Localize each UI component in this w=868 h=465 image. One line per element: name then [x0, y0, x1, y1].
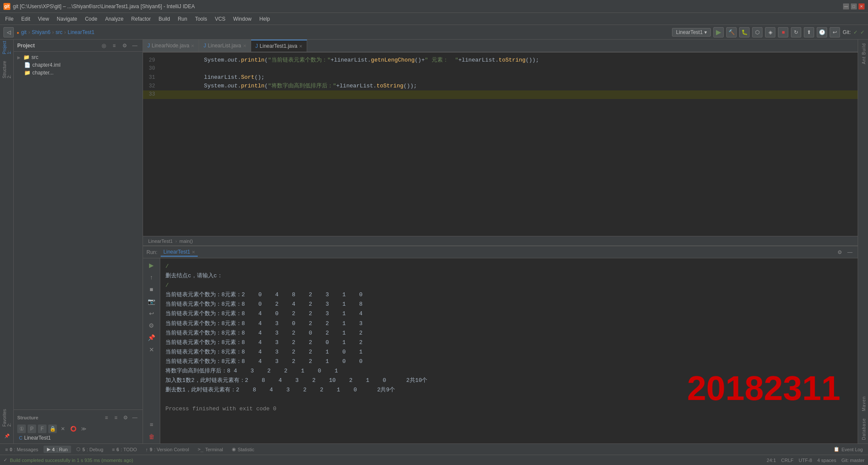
- struct-tool4[interactable]: 🔒: [48, 425, 57, 433]
- menu-view[interactable]: View: [34, 15, 53, 23]
- tree-item-src[interactable]: ▶ 📁 src: [14, 53, 143, 61]
- struct-btn1[interactable]: ≡: [102, 413, 111, 422]
- vcs-branch[interactable]: Git: master: [841, 458, 865, 463]
- run-settings-button[interactable]: ⚙: [835, 248, 844, 257]
- run-output[interactable]: / 删去结点c，请输入c： / 当前链表元素个数为：8元素：2 0 4 8 2 …: [160, 258, 858, 443]
- tab-linearlist[interactable]: J LinearList.java ✕: [199, 40, 251, 52]
- tab-close-button[interactable]: ✕: [191, 43, 194, 48]
- run-config-dropdown[interactable]: LinearTest1 ▾: [672, 28, 711, 37]
- run-collapse-button[interactable]: —: [846, 248, 854, 257]
- screenshot-button[interactable]: 📷: [146, 296, 157, 307]
- revert-button[interactable]: ↩: [830, 27, 840, 37]
- struct-tool6[interactable]: ⭕: [69, 425, 78, 433]
- statistic-tab[interactable]: ◉ Statistic: [228, 446, 258, 453]
- struct-class[interactable]: C LinearTest1: [16, 434, 141, 442]
- messages-icon: ≡: [5, 447, 8, 452]
- trash-button[interactable]: 🗑: [146, 431, 157, 442]
- sidebar-favorites-tab[interactable]: 2: Favorites: [1, 412, 13, 424]
- project-settings-button[interactable]: ⚙: [120, 41, 129, 50]
- profile-button[interactable]: ◈: [765, 27, 775, 37]
- struct-settings[interactable]: ⚙: [121, 413, 130, 422]
- event-log-button[interactable]: 📋 Event Log: [830, 446, 866, 453]
- menu-analyze[interactable]: Analyze: [102, 15, 127, 23]
- stop-button[interactable]: ■: [146, 284, 157, 294]
- tree-label: chapter4.iml: [32, 62, 60, 68]
- tree-item-chapter[interactable]: 📁 chapter...: [14, 69, 143, 77]
- breadcrumb-file[interactable]: LinearTest1: [68, 29, 94, 35]
- stop-button[interactable]: ■: [778, 27, 788, 37]
- tree-arrow: ▶: [17, 55, 22, 60]
- history-button[interactable]: 🕐: [817, 27, 827, 37]
- struct-close[interactable]: —: [131, 413, 139, 422]
- debug-button[interactable]: 🐛: [739, 27, 750, 37]
- minimize-button[interactable]: —: [843, 3, 849, 9]
- messages-tab[interactable]: ≡ 0 : Messages: [2, 446, 42, 453]
- menu-tools[interactable]: Tools: [192, 15, 211, 23]
- project-locate-button[interactable]: ◎: [100, 41, 108, 50]
- menu-vcs[interactable]: VCS: [212, 15, 229, 23]
- breadcrumb-git[interactable]: git: [21, 29, 27, 35]
- menu-help[interactable]: Help: [256, 15, 274, 23]
- tree-item-iml[interactable]: 📄 chapter4.iml: [14, 61, 143, 69]
- version-control-tab[interactable]: ↑ 9 : Version Control: [142, 446, 193, 453]
- folder-icon: 📁: [23, 54, 30, 60]
- menu-window[interactable]: Window: [230, 15, 255, 23]
- menu-file[interactable]: File: [2, 15, 17, 23]
- cursor-position[interactable]: 24:1: [767, 458, 776, 463]
- run-bottom-tab[interactable]: ▶ 4 : Run: [44, 446, 71, 453]
- menu-refactor[interactable]: Refactor: [128, 15, 154, 23]
- menu-code[interactable]: Code: [81, 15, 101, 23]
- menu-build[interactable]: Build: [155, 15, 174, 23]
- project-close-button[interactable]: —: [131, 41, 139, 50]
- database-tab[interactable]: Database: [858, 415, 868, 443]
- menu-run[interactable]: Run: [174, 15, 191, 23]
- restart-button[interactable]: ▶: [146, 260, 157, 270]
- terminal-tab[interactable]: >_ Terminal: [194, 446, 227, 453]
- project-expand-button[interactable]: ≡: [110, 41, 118, 50]
- close-button[interactable]: ✕: [859, 3, 865, 9]
- statistic-icon: ◉: [232, 446, 236, 452]
- tab-close-button[interactable]: ✕: [299, 44, 302, 49]
- layout-button[interactable]: ≡: [146, 419, 157, 430]
- settings-run-button[interactable]: ⚙: [146, 320, 157, 331]
- struct-btn2[interactable]: ≡: [112, 413, 120, 422]
- pin-icon[interactable]: 📌: [1, 430, 13, 442]
- breadcrumb-project[interactable]: Shiyan6: [32, 29, 50, 35]
- back-button[interactable]: ◁: [3, 27, 14, 37]
- struct-tool5[interactable]: ✕: [59, 425, 67, 433]
- output-line: /: [165, 262, 852, 271]
- tab-close-button[interactable]: ✕: [243, 43, 246, 48]
- menu-navigate[interactable]: Navigate: [53, 15, 81, 23]
- tab-lineartest1[interactable]: J LinearTest1.java ✕: [251, 40, 307, 52]
- coverage-button[interactable]: ⬡: [752, 27, 762, 37]
- struct-tool3[interactable]: F: [38, 425, 47, 433]
- sidebar-structure-tab[interactable]: 2: Structure: [1, 64, 13, 76]
- ant-build-tab[interactable]: Ant Build: [858, 40, 868, 68]
- run-tab[interactable]: LinearTest1 ✕: [161, 248, 197, 257]
- build-button[interactable]: 🔨: [726, 27, 737, 37]
- run-config-label: LinearTest1: [676, 29, 703, 35]
- code-content[interactable]: 29 System.out.println("当前链表元素个数为："+linea…: [143, 53, 858, 236]
- maximize-button[interactable]: □: [851, 3, 857, 9]
- menu-edit[interactable]: Edit: [18, 15, 34, 23]
- encoding[interactable]: UTF-8: [799, 458, 812, 463]
- todo-tab[interactable]: ≡ 6 : TODO: [109, 446, 140, 453]
- struct-tool7[interactable]: ≫: [79, 425, 88, 433]
- commit-button[interactable]: ⬆: [804, 27, 814, 37]
- sidebar-project-tab[interactable]: 1: Project: [1, 41, 13, 53]
- close-run-button[interactable]: ✕: [146, 344, 157, 355]
- maven-tab[interactable]: Maven: [858, 393, 868, 415]
- debug-tab[interactable]: ⬡ 5 : Debug: [73, 446, 107, 453]
- stop-run-button[interactable]: ↑: [146, 272, 157, 282]
- pin-tab-button[interactable]: 📌: [146, 332, 157, 343]
- update-button[interactable]: ↻: [791, 27, 801, 37]
- run-button[interactable]: ▶: [713, 27, 724, 37]
- run-tab-close[interactable]: ✕: [192, 250, 195, 254]
- tab-linearnode[interactable]: J LinearNode.java ✕: [143, 40, 199, 52]
- struct-tool1[interactable]: ①: [17, 425, 26, 433]
- line-ending[interactable]: CRLF: [781, 458, 793, 463]
- struct-tool2[interactable]: P: [28, 425, 36, 433]
- wrap-button[interactable]: ↩: [146, 308, 157, 319]
- breadcrumb-src[interactable]: src: [56, 29, 62, 35]
- indent[interactable]: 4 spaces: [817, 458, 836, 463]
